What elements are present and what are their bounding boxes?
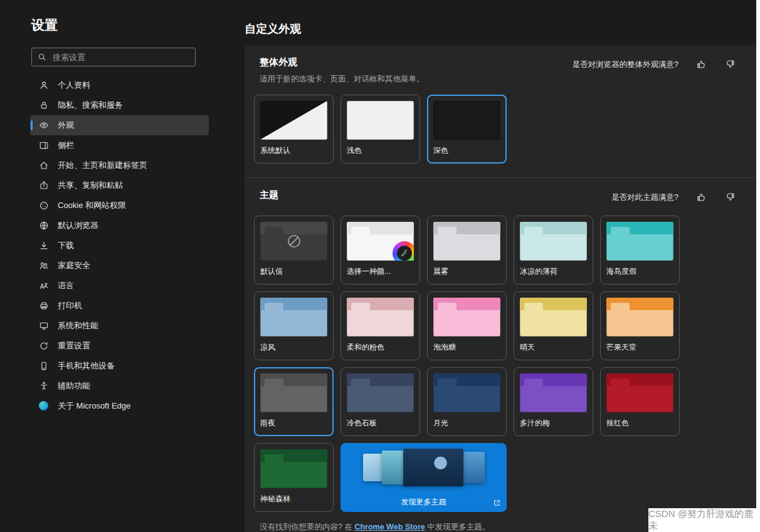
theme-card-label: 选择一种颜... (347, 266, 414, 277)
sidebar-item-privacy[interactable]: 隐私、搜索和服务 (30, 95, 209, 115)
theme-thumbnail-tab (611, 303, 630, 310)
sidebar-item-about-edge[interactable]: 关于 Microsoft Edge (30, 396, 209, 416)
theme-thumbnail-tab (351, 303, 370, 310)
theme-feedback-question: 是否对此主题满意? (611, 192, 678, 203)
sidebar-item-label: 关于 Microsoft Edge (58, 400, 130, 412)
sidebar-nav: 个人资料隐私、搜索和服务外观侧栏开始、主页和新建标签页共享、复制和粘贴Cooki… (30, 75, 209, 416)
watermark-area: CSDN @努力肝游戏的鹿未 (648, 508, 760, 532)
theme-thumbnail-tab (438, 303, 457, 310)
theme-thumbnail-toolbar (520, 373, 587, 386)
theme-thumbnail-toolbar (433, 298, 500, 310)
theme-thumbnail-toolbar (520, 222, 587, 234)
theme-thumbnail-toolbar (260, 373, 327, 386)
chrome-web-store-link[interactable]: Chrome Web Store (354, 523, 425, 531)
overall-option-light[interactable]: 浅色 (340, 95, 420, 164)
sidebar-item-appearance[interactable]: 外观 (30, 115, 209, 135)
overall-appearance-subtitle: 适用于新的选项卡、页面、对话框和其他菜单。 (260, 74, 425, 85)
theme-card[interactable]: 芒果天堂 (600, 291, 680, 360)
theme-thumbnail-tab (438, 227, 457, 234)
sidebar-item-profile[interactable]: 个人资料 (30, 75, 209, 95)
overall-option-dark[interactable]: 深色 (427, 95, 507, 164)
theme-thumbnail (606, 373, 673, 412)
theme-card[interactable]: 泡泡糖 (427, 291, 507, 360)
performance-icon (39, 321, 49, 331)
share-icon (39, 180, 49, 190)
sidebar-item-label: 个人资料 (58, 80, 90, 91)
sidebar-item-start-home-newtab[interactable]: 开始、主页和新建标签页 (30, 155, 209, 175)
sidebar-item-reset-settings[interactable]: 重置设置 (30, 336, 209, 356)
sidebar-item-default-browser[interactable]: 默认浏览器 (30, 216, 209, 236)
theme-card[interactable]: 晴天 (514, 291, 593, 360)
theme-card[interactable]: 晨雾 (427, 216, 507, 284)
theme-card[interactable]: 海岛度假 (600, 216, 680, 284)
discover-more-themes-banner[interactable]: 发现更多主题 (340, 443, 507, 512)
sidebar-item-label: 默认浏览器 (58, 220, 98, 231)
theme-card-color-picker[interactable]: 选择一种颜... (340, 216, 420, 284)
theme-thumbnail-toolbar (606, 298, 673, 310)
theme-thumbnail-tab (611, 378, 630, 386)
lock-icon (39, 100, 49, 110)
theme-preview-images (363, 449, 485, 486)
theme-card[interactable]: 冰凉的薄荷 (514, 216, 593, 284)
theme-card[interactable]: 柔和的粉色 (340, 291, 420, 360)
search-icon (38, 53, 46, 61)
settings-title: 设置 (31, 16, 216, 34)
theme-card[interactable]: 雨夜 (254, 367, 334, 436)
sidebar-item-share-copy-paste[interactable]: 共享、复制和粘贴 (30, 175, 209, 196)
theme-card-label: 凉风 (260, 342, 327, 353)
thumbs-up-button[interactable] (696, 59, 707, 70)
overall-option-system[interactable]: 系统默认 (254, 95, 334, 164)
theme-thumbnail (433, 222, 500, 261)
theme-thumbnail-tab (524, 227, 543, 234)
overall-appearance-section-head: 整体外观 适用于新的选项卡、页面、对话框和其他菜单。 是否对浏览器的整体外观满意… (245, 45, 756, 85)
sidebar-item-system-performance[interactable]: 系统和性能 (30, 316, 209, 336)
theme-thumbnail-toolbar (606, 373, 673, 386)
overall-option-thumbnail (433, 101, 500, 140)
theme-thumbnail (606, 298, 673, 336)
sidebar-item-downloads[interactable]: 下载 (30, 236, 209, 256)
theme-thumbnail-tab (265, 303, 283, 310)
sidebar-item-label: 手机和其他设备 (58, 360, 115, 372)
external-link-icon (493, 499, 501, 507)
theme-thumbnail (520, 298, 587, 336)
sidebar-item-family-safety[interactable]: 家庭安全 (30, 256, 209, 276)
theme-thumbnail-toolbar (260, 449, 327, 462)
theme-card[interactable]: 凉风 (254, 291, 334, 360)
family-icon (39, 261, 49, 271)
theme-card-label: 晨雾 (433, 266, 500, 277)
theme-card[interactable]: 冷色石板 (340, 367, 420, 436)
sidebar-item-printers[interactable]: 打印机 (30, 296, 209, 316)
footer-suffix: 中发现更多主题。 (425, 523, 490, 531)
theme-thumbnail-tab (351, 378, 370, 386)
sidebar-item-phone-devices[interactable]: 手机和其他设备 (30, 356, 209, 376)
theme-thumbnail-toolbar (606, 222, 673, 234)
sidebar-item-cookies-permissions[interactable]: Cookie 和网站权限 (30, 196, 209, 216)
theme-card-label: 多汁的梅 (520, 418, 587, 429)
sidebar-item-languages[interactable]: 语言 (30, 276, 209, 296)
theme-card-label: 芒果天堂 (606, 342, 673, 353)
search-input[interactable] (51, 52, 189, 63)
sidebar-item-accessibility[interactable]: 辅助功能 (30, 376, 209, 396)
sidebar-item-sidebar[interactable]: 侧栏 (30, 135, 209, 155)
accessibility-icon (39, 381, 49, 391)
settings-search-box[interactable] (31, 48, 196, 66)
theme-card-label: 泡泡糖 (433, 342, 500, 353)
theme-card[interactable]: 辣红色 (600, 367, 680, 436)
thumbs-down-button[interactable] (725, 59, 736, 70)
thumbs-up-button[interactable] (696, 192, 707, 203)
window-right-edge (756, 0, 760, 532)
theme-thumbnail-toolbar (433, 222, 500, 234)
theme-card[interactable]: 神秘森林 (254, 443, 334, 512)
theme-thumbnail (347, 222, 414, 261)
theme-card-label: 冷色石板 (347, 418, 414, 429)
sidebar-item-label: 共享、复制和粘贴 (58, 180, 123, 191)
theme-card-default[interactable]: 默认值 (254, 216, 334, 284)
theme-card[interactable]: 月光 (427, 367, 507, 436)
theme-thumbnail-toolbar (347, 373, 414, 386)
theme-thumbnail-toolbar (347, 222, 414, 234)
theme-thumbnail-toolbar (520, 298, 587, 310)
theme-card[interactable]: 多汁的梅 (514, 367, 593, 436)
sidebar-item-label: 打印机 (58, 300, 82, 311)
overall-option-label: 系统默认 (260, 145, 327, 156)
thumbs-down-button[interactable] (725, 192, 736, 203)
